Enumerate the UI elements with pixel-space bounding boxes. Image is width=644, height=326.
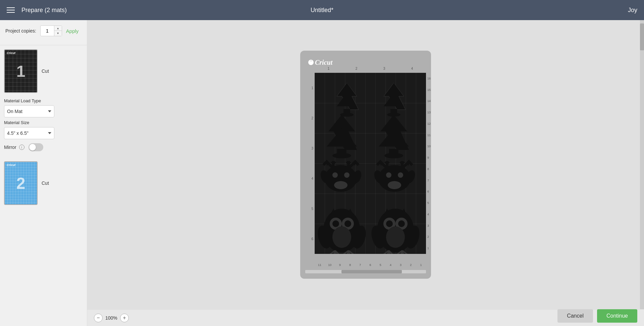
svg-point-31 [388,181,401,189]
copies-input-wrap: ▲ ▼ [40,25,62,36]
ruler-right-6: 6 [426,186,437,198]
mirror-info-icon[interactable]: i [19,145,24,150]
mat-2-number: 2 [16,174,25,193]
svg-marker-13 [330,115,354,130]
apply-button[interactable]: Apply [66,28,79,34]
ruler-bottom-9: 9 [335,263,345,267]
ruler-bottom: 11 10 9 8 7 6 5 4 3 2 1 [315,263,426,267]
mat-1-thumbnail[interactable]: Cricut 1 [4,49,38,93]
svg-point-49 [398,220,405,227]
material-load-type-select[interactable]: On Mat Without Mat [4,105,54,117]
ruler-right-10: 10 [426,141,437,152]
material-size-section: Material Size 4.5" x 6.5" [4,120,83,139]
horizontal-scrollbar[interactable] [305,270,426,273]
svg-point-30 [398,172,403,178]
continue-button[interactable]: Continue [597,309,637,323]
mat-2-thumbnail[interactable]: Cricut 2 [4,161,38,205]
ruler-right-7: 7 [426,175,437,186]
v-scroll-thumb [640,23,644,50]
document-title: Untitled* [311,7,333,14]
mat-1-number: 1 [16,62,25,80]
ruler-bottom-3: 3 [396,263,406,267]
mirror-toggle[interactable] [29,143,43,151]
svg-marker-3 [343,83,355,95]
svg-marker-8 [390,83,402,95]
header: Prepare (2 mats) Untitled* Joy [0,0,644,20]
ruler-bottom-6: 6 [365,263,375,267]
ruler-right-13: 13 [426,107,437,118]
ruler-bottom-11: 11 [315,263,325,267]
mirror-label: Mirror [4,145,16,150]
svg-point-38 [344,220,351,227]
ruler-bottom-4: 4 [385,263,395,267]
ruler-right-3: 3 [426,220,437,231]
mirror-row: Mirror i [4,143,83,151]
header-title: Prepare (2 mats) [21,7,67,14]
mat-shapes-svg [315,73,426,254]
project-copies-row: Project copies: ▲ ▼ Apply [5,25,82,36]
svg-point-21 [384,153,403,158]
ruler-bottom-2: 2 [406,263,416,267]
ruler-left-6: 6 [305,224,315,254]
mat-1-card: Cricut 1 Cut [4,49,83,93]
copies-up-button[interactable]: ▲ [54,26,62,31]
svg-point-37 [332,220,339,227]
ruler-top-4: 4 [398,67,426,70]
main-layout: Project copies: ▲ ▼ Apply Cricut 1 [0,20,644,326]
svg-text:Cricut: Cricut [315,59,333,66]
sidebar-content: Cricut 1 Cut Material Load Type On Mat W… [0,45,87,326]
mat-2-cut-label: Cut [42,180,49,186]
zoom-in-button[interactable]: + [120,314,129,322]
svg-point-23 [332,172,338,178]
material-size-select[interactable]: 4.5" x 6.5" [4,127,54,139]
ruler-right-9: 9 [426,152,437,163]
svg-point-55 [386,226,405,248]
ruler-right-1: 1 [426,242,437,254]
material-load-type-label: Material Load Type [4,98,83,103]
zoom-out-button[interactable]: − [94,314,103,322]
mat-1-cricut-logo: Cricut [7,51,15,55]
cancel-button[interactable]: Cancel [557,309,593,323]
ruler-right-5: 5 [426,197,437,209]
ruler-right-12: 12 [426,118,437,129]
svg-point-24 [344,172,350,178]
svg-point-48 [386,220,393,227]
footer-buttons: Cancel Continue [557,309,637,323]
ruler-bottom-8: 8 [345,263,355,267]
svg-marker-18 [382,115,406,130]
ruler-bottom-10: 10 [325,263,335,267]
ruler-left-5: 5 [305,194,315,224]
ruler-right-4: 4 [426,209,437,220]
vertical-scrollbar[interactable] [640,20,644,309]
canvas-area: Cricut 1 2 3 4 1 2 3 [87,20,644,326]
bottom-bar: − 100% + Cancel Continue [87,309,644,326]
zoom-controls: − 100% + [94,314,129,322]
ruler-top-3: 3 [370,67,398,70]
user-name: Joy [628,7,637,14]
mat-grid-container: 1 2 3 4 1 2 3 4 5 6 [305,73,426,261]
mat-dark [315,73,426,254]
project-copies-label: Project copies: [5,28,36,34]
copies-input[interactable] [41,26,54,36]
sidebar: Project copies: ▲ ▼ Apply Cricut 1 [0,20,87,326]
mat-preview: Cricut 1 2 3 4 1 2 3 [300,51,431,279]
ruler-right-11: 11 [426,129,437,141]
copies-down-button[interactable]: ▼ [54,31,62,36]
mat-1-cut-label: Cut [42,68,49,74]
ruler-left-4: 4 [305,163,315,194]
ruler-bottom-5: 5 [375,263,385,267]
ruler-right-8: 8 [426,163,437,175]
ruler-right-15: 15 [426,84,437,96]
material-size-label: Material Size [4,120,83,125]
hamburger-icon[interactable] [7,7,15,13]
mat-2-card: Cricut 2 Cut [4,161,83,205]
ruler-bottom-1: 1 [416,263,426,267]
ruler-right: 16 15 14 13 12 11 10 9 8 7 6 5 4 3 [426,73,437,254]
ruler-left-3: 3 [305,133,315,163]
ruler-left: 1 2 3 4 5 6 [305,73,315,254]
ruler-right-2: 2 [426,231,437,243]
h-scroll-thumb [341,270,402,273]
ruler-top: 1 2 3 4 [315,67,426,70]
canvas-content: Cricut 1 2 3 4 1 2 3 [87,20,644,309]
ruler-right-14: 14 [426,96,437,107]
